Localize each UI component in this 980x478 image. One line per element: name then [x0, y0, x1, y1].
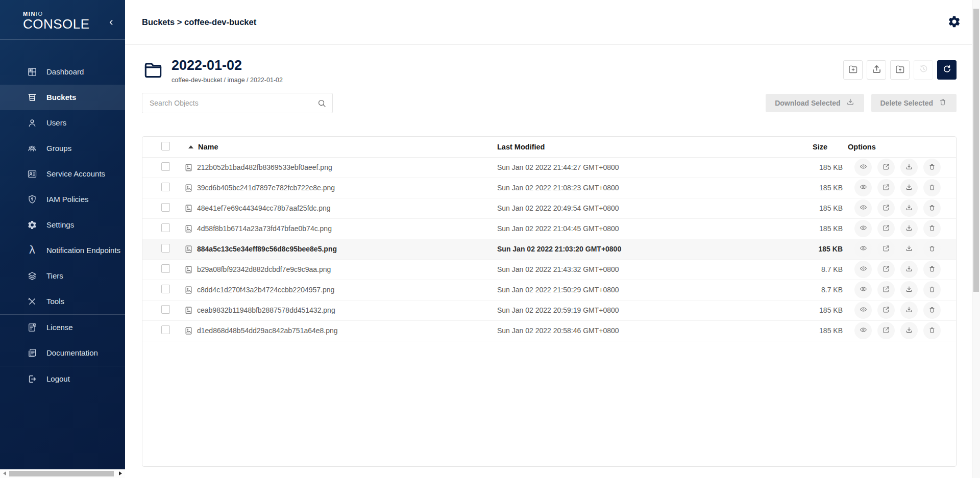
row-checkbox[interactable]: [161, 203, 170, 212]
row-checkbox[interactable]: [161, 325, 170, 334]
sidebar-item-license[interactable]: License: [0, 315, 125, 340]
download-object-button[interactable]: [900, 301, 918, 319]
preview-object-button[interactable]: [854, 220, 872, 237]
delete-object-button[interactable]: [923, 199, 941, 217]
sidebar-item-iam-policies[interactable]: IAM Policies: [0, 187, 125, 212]
sidebar-item-groups[interactable]: Groups: [0, 136, 125, 161]
documentation-icon: [27, 347, 38, 359]
object-path-breadcrumb[interactable]: coffee-dev-bucket / image / 2022-01-02: [172, 77, 283, 84]
delete-selected-button[interactable]: Delete Selected: [871, 94, 957, 112]
scroll-left-arrow-icon[interactable]: [3, 471, 6, 475]
share-object-button[interactable]: [877, 199, 895, 217]
delete-object-button[interactable]: [923, 179, 941, 196]
rewind-button: [914, 60, 933, 80]
sidebar-item-notification-endpoints[interactable]: λ Notification Endpoints: [0, 238, 125, 263]
row-checkbox[interactable]: [161, 223, 170, 232]
object-name[interactable]: 4d58f8b1b6714a23a73fd47bfae0b74c.png: [197, 224, 332, 233]
sidebar-item-users[interactable]: Users: [0, 110, 125, 136]
new-path-button[interactable]: [843, 60, 863, 80]
download-object-button[interactable]: [900, 240, 918, 258]
sidebar-item-tiers[interactable]: Tiers: [0, 263, 125, 289]
object-name[interactable]: 884a5c13c5e34eff89c56d8c95bee8e5.png: [197, 245, 337, 253]
delete-object-button[interactable]: [923, 261, 941, 278]
object-name[interactable]: d1ed868d48b54dd29ac842ab751a64e8.png: [197, 326, 338, 335]
share-object-button[interactable]: [877, 179, 895, 196]
table-row[interactable]: c8dd4c1d270f43a2b4724ccbb2204957.png Sun…: [142, 280, 956, 300]
object-name[interactable]: 212b052b1bad482fb8369533ebf0aeef.png: [197, 163, 332, 171]
download-object-button[interactable]: [900, 220, 918, 237]
sidebar-item-dashboard[interactable]: Dashboard: [0, 59, 125, 85]
image-file-icon: [184, 326, 193, 335]
table-row[interactable]: d1ed868d48b54dd29ac842ab751a64e8.png Sun…: [142, 321, 956, 341]
object-name[interactable]: c8dd4c1d270f43a2b4724ccbb2204957.png: [197, 286, 334, 294]
horizontal-scrollbar-thumb[interactable]: [9, 471, 114, 476]
row-checkbox[interactable]: [161, 305, 170, 314]
download-object-button[interactable]: [900, 281, 918, 298]
object-name[interactable]: b29a08fbf92342d882dcbdf7e9c9c9aa.png: [197, 265, 331, 273]
preview-object-button[interactable]: [854, 240, 872, 258]
object-name[interactable]: 39cd6b405bc241d7897e782fcb722e8e.png: [197, 184, 335, 192]
upload-folder-button[interactable]: [890, 60, 910, 80]
breadcrumb[interactable]: Buckets > coffee-dev-bucket: [142, 17, 256, 27]
horizontal-scrollbar[interactable]: [0, 469, 125, 478]
sidebar-item-settings[interactable]: Settings: [0, 212, 125, 238]
table-row[interactable]: 884a5c13c5e34eff89c56d8c95bee8e5.png Sun…: [142, 239, 956, 260]
row-checkbox[interactable]: [161, 183, 170, 191]
delete-object-button[interactable]: [923, 281, 941, 298]
preview-object-button[interactable]: [854, 199, 872, 217]
delete-object-button[interactable]: [923, 159, 941, 176]
select-all-checkbox[interactable]: [161, 142, 170, 150]
share-object-button[interactable]: [877, 159, 895, 176]
vertical-scrollbar[interactable]: [972, 0, 980, 478]
share-object-button[interactable]: [877, 322, 895, 339]
sidebar-item-tools[interactable]: Tools: [0, 289, 125, 314]
share-object-button[interactable]: [877, 220, 895, 237]
table-row[interactable]: b29a08fbf92342d882dcbdf7e9c9c9aa.png Sun…: [142, 260, 956, 280]
row-checkbox[interactable]: [161, 244, 170, 253]
delete-object-button[interactable]: [923, 322, 941, 339]
vertical-scrollbar-thumb[interactable]: [973, 9, 979, 292]
object-name[interactable]: 48e41ef7e69c443494cc78b7aaf25fdc.png: [197, 204, 331, 212]
download-object-button[interactable]: [900, 159, 918, 176]
download-object-button[interactable]: [900, 322, 918, 339]
share-object-button[interactable]: [877, 261, 895, 278]
download-selected-button[interactable]: Download Selected: [766, 94, 864, 112]
search-input[interactable]: [142, 93, 333, 113]
sidebar-item-service-accounts[interactable]: Service Accounts: [0, 161, 125, 187]
preview-object-button[interactable]: [854, 281, 872, 298]
table-row[interactable]: 39cd6b405bc241d7897e782fcb722e8e.png Sun…: [142, 178, 956, 198]
table-row[interactable]: 212b052b1bad482fb8369533ebf0aeef.png Sun…: [142, 158, 956, 178]
download-object-button[interactable]: [900, 261, 918, 278]
settings-gear-button[interactable]: [946, 15, 962, 30]
download-object-button[interactable]: [900, 179, 918, 196]
row-checkbox[interactable]: [161, 264, 170, 273]
preview-object-button[interactable]: [854, 322, 872, 339]
download-icon: [905, 183, 913, 193]
scroll-right-arrow-icon[interactable]: [119, 471, 122, 475]
sidebar-item-documentation[interactable]: Documentation: [0, 340, 125, 366]
row-checkbox[interactable]: [161, 285, 170, 293]
delete-object-button[interactable]: [923, 301, 941, 319]
table-row[interactable]: ceab9832b11948bfb2887578dd451432.png Sun…: [142, 300, 956, 321]
sidebar-item-logout[interactable]: Logout: [0, 366, 125, 392]
share-object-button[interactable]: [877, 301, 895, 319]
table-row[interactable]: 4d58f8b1b6714a23a73fd47bfae0b74c.png Sun…: [142, 219, 956, 239]
refresh-button[interactable]: [937, 60, 957, 80]
preview-object-button[interactable]: [854, 301, 872, 319]
preview-object-button[interactable]: [854, 159, 872, 176]
delete-object-button[interactable]: [923, 240, 941, 258]
share-object-button[interactable]: [877, 240, 895, 258]
upload-file-button[interactable]: [867, 60, 886, 80]
row-checkbox[interactable]: [161, 162, 170, 171]
share-object-button[interactable]: [877, 281, 895, 298]
trash-icon: [928, 285, 936, 295]
table-row[interactable]: 48e41ef7e69c443494cc78b7aaf25fdc.png Sun…: [142, 198, 956, 219]
column-header-name[interactable]: Name: [179, 143, 497, 151]
delete-object-button[interactable]: [923, 220, 941, 237]
sidebar-collapse-button[interactable]: [106, 17, 117, 29]
preview-object-button[interactable]: [854, 261, 872, 278]
sidebar-item-buckets[interactable]: Buckets: [0, 85, 125, 110]
object-name[interactable]: ceab9832b11948bfb2887578dd451432.png: [197, 306, 335, 314]
preview-object-button[interactable]: [854, 179, 872, 196]
download-object-button[interactable]: [900, 199, 918, 217]
